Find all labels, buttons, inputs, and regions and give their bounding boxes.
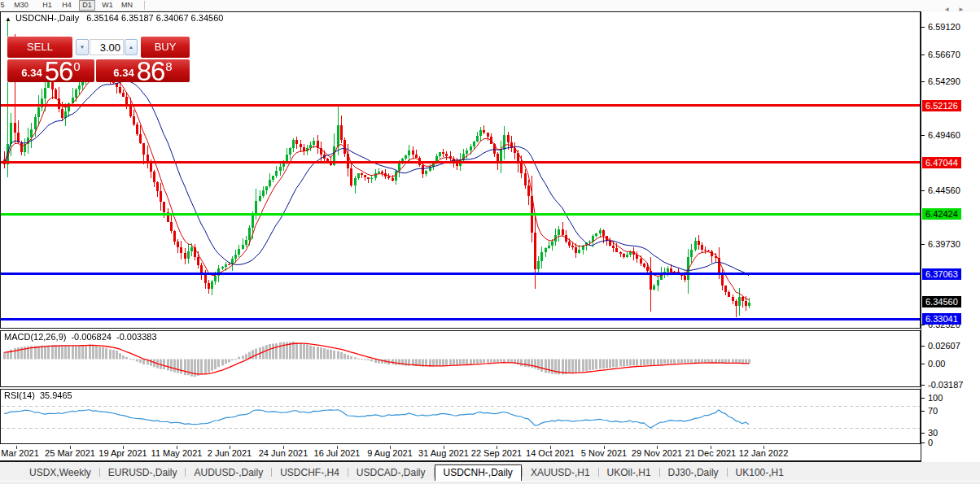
level-line-6_47044[interactable] xyxy=(1,161,920,164)
chart-window: ▲USDCNH-,Daily6.35164 6.35187 6.34067 6.… xyxy=(0,11,980,462)
axis-tick xyxy=(921,443,925,443)
symbol-tab-bar: USDX,WeeklyEURUSD-,DailyAUDUSD-,DailyUSD… xyxy=(0,464,980,481)
tab-xauusd-h1[interactable]: XAUUSD-,H1 xyxy=(523,466,598,479)
rsi-axis-label: 70 xyxy=(928,406,938,416)
level-line-6_52126[interactable] xyxy=(1,104,920,107)
level-line-6_42424[interactable] xyxy=(1,213,920,216)
rsi-axis-label: 0 xyxy=(928,438,933,447)
rsi-axis-label: 30 xyxy=(928,428,938,438)
price-axis-label: 6.59120 xyxy=(928,22,960,32)
axis-tick xyxy=(921,411,925,412)
level-line-6_33041[interactable] xyxy=(1,318,920,320)
buy-price-sup: 8 xyxy=(165,59,172,73)
rsi-canvas[interactable] xyxy=(1,390,920,443)
timeframe-button-5[interactable]: 5 xyxy=(0,0,7,11)
sell-price-panel[interactable]: 6.34560 xyxy=(7,59,94,82)
macd-signal-value: -0.003383 xyxy=(116,332,157,342)
sell-button[interactable]: SELL xyxy=(7,37,72,58)
chart-ohlc-header: ▲USDCNH-,Daily6.35164 6.35187 6.34067 6.… xyxy=(5,13,223,23)
axis-tick xyxy=(921,190,925,191)
tab-usdchf-h4[interactable]: USDCHF-,H4 xyxy=(272,466,348,479)
axis-tick xyxy=(921,27,925,28)
buy-price-prefix: 6.34 xyxy=(113,67,133,79)
axis-tick xyxy=(921,385,925,386)
macd-indicator-panel: MACD(12,26,9)-0.006824-0.003383 xyxy=(0,330,921,387)
rsi-indicator-panel: RSI(14)35.9465 xyxy=(0,389,921,444)
price-axis-label: 6.49460 xyxy=(928,130,960,140)
macd-axis-label: 0.02607 xyxy=(928,341,960,351)
date-axis-label: 14 Oct 2021 xyxy=(526,448,575,458)
axis-tick xyxy=(921,55,925,55)
timeframe-button-h4[interactable]: H4 xyxy=(59,0,74,11)
rsi-title: RSI(14) xyxy=(4,390,35,400)
macd-main-value: -0.006824 xyxy=(71,332,112,342)
buy-price-panel[interactable]: 6.34868 xyxy=(96,59,190,82)
spin-up-icon: ▲ xyxy=(129,45,133,50)
tab-usdcad-daily[interactable]: USDCAD-,Daily xyxy=(348,466,434,479)
macd-axis-label: 0.00 xyxy=(928,359,945,368)
rsi-label: RSI(14)35.9465 xyxy=(4,390,77,400)
macd-axis-label: -0.03187 xyxy=(928,380,963,390)
date-axis-label: 25 Mar 2021 xyxy=(45,448,95,458)
date-axis-label: 11 May 2021 xyxy=(151,448,203,458)
price-axis: 6.591206.566706.542906.494606.445606.397… xyxy=(921,11,980,462)
price-badge-6_33041: 6.33041 xyxy=(922,313,961,325)
axis-tick xyxy=(921,346,925,347)
spin-down-icon: ▼ xyxy=(80,45,85,50)
toolbar-separator xyxy=(144,1,145,10)
price-axis-label: 6.56670 xyxy=(928,50,960,59)
date-axis-label: 21 Dec 2021 xyxy=(685,448,736,458)
one-click-trading-widget: SELL ▼ ▲ BUY 6.34560 6.34868 xyxy=(7,37,190,82)
timeframe-toolbar: 5M30H1H4D1W1MN xyxy=(0,0,980,11)
buy-button[interactable]: BUY xyxy=(141,37,190,58)
volume-decrease-button[interactable]: ▼ xyxy=(76,39,89,55)
price-badge-6_37063: 6.37063 xyxy=(922,268,961,280)
volume-increase-button[interactable]: ▲ xyxy=(125,39,138,55)
date-axis-label: 16 Jul 2021 xyxy=(314,448,361,458)
date-axis-label: 3 Mar 2021 xyxy=(0,448,39,458)
volume-input[interactable] xyxy=(90,39,124,55)
chart-ohlc-values: 6.35164 6.35187 6.34067 6.34560 xyxy=(86,13,223,23)
tab-ukoil-h1[interactable]: UKOil-,H1 xyxy=(599,466,659,479)
main-chart-panel: ▲USDCNH-,Daily6.35164 6.35187 6.34067 6.… xyxy=(0,11,921,329)
axis-tick xyxy=(921,135,925,136)
timeframe-button-w1[interactable]: W1 xyxy=(99,0,116,11)
axis-tick xyxy=(921,398,925,399)
timeframe-button-h1[interactable]: H1 xyxy=(40,0,55,11)
macd-title: MACD(12,26,9) xyxy=(4,332,66,342)
timeframe-button-d1[interactable]: D1 xyxy=(79,0,95,11)
date-axis-label: 29 Nov 2021 xyxy=(632,448,682,458)
axis-tick xyxy=(921,433,925,434)
tab-usdcnh-daily[interactable]: USDCNH-,Daily xyxy=(435,464,522,481)
bottom-strip xyxy=(0,481,980,484)
tab-usdx-weekly[interactable]: USDX,Weekly xyxy=(21,466,99,479)
axis-tick xyxy=(921,81,925,82)
price-badge-6_34560: 6.34560 xyxy=(922,296,961,307)
sell-price-sup: 0 xyxy=(73,59,80,73)
level-line-6_37063[interactable] xyxy=(1,273,920,275)
tab-eurusd-daily[interactable]: EURUSD-,Daily xyxy=(100,466,186,479)
date-axis-label: 2 Jun 2021 xyxy=(208,448,252,458)
tab-uk100-h1[interactable]: UK100-,H1 xyxy=(728,466,792,479)
one-click-toggle-arrow[interactable]: ▲ xyxy=(5,15,11,23)
price-badge-6_52126: 6.52126 xyxy=(922,100,961,111)
tab-audusd-daily[interactable]: AUDUSD-,Daily xyxy=(186,466,271,479)
sell-price-prefix: 6.34 xyxy=(21,67,42,79)
price-badge-6_47044: 6.47044 xyxy=(922,157,961,168)
buy-price-big: 86 xyxy=(137,61,165,82)
axis-tick xyxy=(921,244,925,245)
axis-tick xyxy=(921,364,925,364)
timeframe-button-mn[interactable]: MN xyxy=(119,0,135,11)
tab-dj30-daily[interactable]: DJ30-,Daily xyxy=(660,466,727,479)
price-axis-label: 6.54290 xyxy=(928,76,960,86)
axis-tick xyxy=(921,325,925,325)
date-axis-label: 24 Jun 2021 xyxy=(259,448,308,458)
price-axis-label: 6.39730 xyxy=(928,239,960,249)
date-axis-label: 22 Sep 2021 xyxy=(471,448,522,458)
tab-scroll-arrows-icon[interactable]: ◄► xyxy=(943,6,973,13)
rsi-value: 35.9465 xyxy=(40,390,72,400)
sell-price-big: 56 xyxy=(45,61,73,82)
price-axis-label: 6.44560 xyxy=(928,185,960,195)
rsi-axis-label: 100 xyxy=(928,393,943,403)
timeframe-button-m30[interactable]: M30 xyxy=(11,0,32,11)
